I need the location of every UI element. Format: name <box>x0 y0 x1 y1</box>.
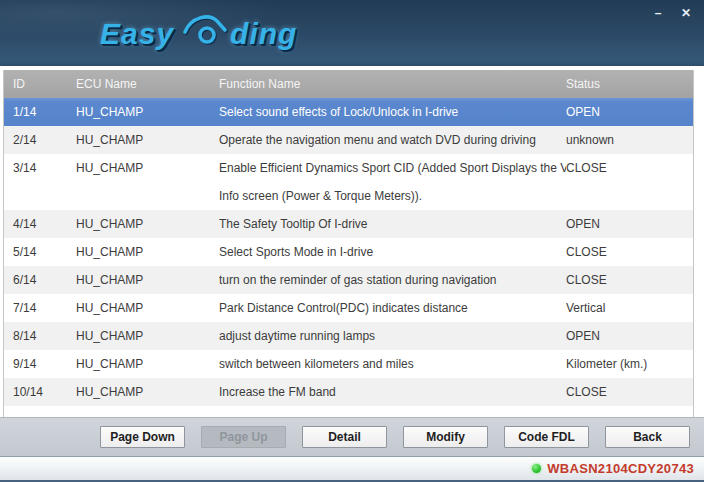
cell-id: 1/14 <box>4 98 76 126</box>
cell-id: 9/14 <box>4 350 76 378</box>
column-header-status: Status <box>566 77 684 91</box>
logo-text-suffix: ding <box>230 17 297 51</box>
cell-ecu-name: HU_CHAMP <box>76 266 219 294</box>
close-button[interactable]: ✕ <box>678 5 694 21</box>
cell-status: Kilometer (km.) <box>566 350 684 378</box>
app-window: Easy ding – ✕ ID ECU Name Function Name … <box>0 0 704 482</box>
cell-status: OPEN <box>566 322 684 350</box>
page-up-button[interactable]: Page Up <box>201 426 286 448</box>
page-down-button[interactable]: Page Down <box>100 426 185 448</box>
cell-function-name: Park Distance Control(PDC) indicates dis… <box>219 294 566 322</box>
cell-function-name: switch between kilometers and miles <box>219 350 566 378</box>
cell-id: 3/14 <box>4 154 76 182</box>
car-icon <box>182 11 228 52</box>
cell-function-name: The Safety Tooltip Of I-drive <box>219 210 566 238</box>
table-row[interactable]: 8/14HU_CHAMPadjust daytime running lamps… <box>4 322 693 350</box>
table-row[interactable]: 2/14HU_CHAMPOperate the navigation menu … <box>4 126 693 154</box>
cell-ecu-name: HU_CHAMP <box>76 378 219 406</box>
cell-status: CLOSE <box>566 238 684 266</box>
column-header-ecu-name: ECU Name <box>76 77 219 91</box>
cell-status: Vertical <box>566 294 684 322</box>
function-table: ID ECU Name Function Name Status 1/14HU_… <box>3 70 694 419</box>
cell-status: CLOSE <box>566 154 684 182</box>
table-row[interactable]: 3/14HU_CHAMPEnable Efficient Dynamics Sp… <box>4 154 693 210</box>
cell-ecu-name: HU_CHAMP <box>76 154 219 182</box>
cell-ecu-name: HU_CHAMP <box>76 238 219 266</box>
cell-id: 7/14 <box>4 294 76 322</box>
cell-status: CLOSE <box>566 266 684 294</box>
cell-id: 8/14 <box>4 322 76 350</box>
cell-function-name: Increase the FM band <box>219 378 566 406</box>
table-row[interactable]: 10/14HU_CHAMPIncrease the FM bandCLOSE <box>4 378 693 406</box>
content-area: ID ECU Name Function Name Status 1/14HU_… <box>0 66 704 417</box>
table-row[interactable]: 5/14HU_CHAMPSelect Sports Mode in I-driv… <box>4 238 693 266</box>
table-row[interactable]: 7/14HU_CHAMPPark Distance Control(PDC) i… <box>4 294 693 322</box>
status-bar: WBASN2104CDY20743 <box>0 456 704 480</box>
cell-function-name: Select Sports Mode in I-drive <box>219 238 566 266</box>
back-button[interactable]: Back <box>605 426 690 448</box>
cell-id: 2/14 <box>4 126 76 154</box>
cell-status: CLOSE <box>566 378 684 406</box>
cell-ecu-name: HU_CHAMP <box>76 350 219 378</box>
cell-ecu-name: HU_CHAMP <box>76 294 219 322</box>
cell-ecu-name: HU_CHAMP <box>76 126 219 154</box>
modify-button[interactable]: Modify <box>403 426 488 448</box>
code-fdl-button[interactable]: Code FDL <box>504 426 589 448</box>
cell-status: OPEN <box>566 98 684 126</box>
logo-text-prefix: Easy <box>100 17 174 51</box>
table-row[interactable]: 6/14HU_CHAMPturn on the reminder of gas … <box>4 266 693 294</box>
cell-id: 6/14 <box>4 266 76 294</box>
column-header-function-name: Function Name <box>219 77 566 91</box>
table-header-row: ID ECU Name Function Name Status <box>4 70 693 98</box>
table-row[interactable]: 9/14HU_CHAMPswitch between kilometers an… <box>4 350 693 378</box>
cell-function-name: Operate the navigation menu and watch DV… <box>219 126 566 154</box>
minimize-button[interactable]: – <box>650 5 666 21</box>
cell-ecu-name: HU_CHAMP <box>76 322 219 350</box>
cell-id: 4/14 <box>4 210 76 238</box>
table-row[interactable]: 4/14HU_CHAMPThe Safety Tooltip Of I-driv… <box>4 210 693 238</box>
cell-status: unknown <box>566 126 684 154</box>
column-header-id: ID <box>4 77 76 91</box>
detail-button[interactable]: Detail <box>302 426 387 448</box>
vin-text: WBASN2104CDY20743 <box>547 461 694 476</box>
cell-id: 10/14 <box>4 378 76 406</box>
connection-status-icon <box>532 464 541 473</box>
title-bar: Easy ding – ✕ <box>0 0 704 66</box>
cell-status: OPEN <box>566 210 684 238</box>
cell-id: 5/14 <box>4 238 76 266</box>
cell-function-name: adjust daytime running lamps <box>219 322 566 350</box>
cell-function-name: Select sound effects of Lock/Unlock in I… <box>219 98 566 126</box>
cell-ecu-name: HU_CHAMP <box>76 210 219 238</box>
table-row[interactable]: 1/14HU_CHAMPSelect sound effects of Lock… <box>4 98 693 126</box>
window-controls: – ✕ <box>650 5 694 21</box>
table-body: 1/14HU_CHAMPSelect sound effects of Lock… <box>4 98 693 406</box>
app-logo: Easy ding <box>100 12 297 56</box>
cell-function-name: turn on the reminder of gas station duri… <box>219 266 566 294</box>
button-bar: Page DownPage UpDetailModifyCode FDLBack <box>0 417 704 456</box>
cell-function-name: Enable Efficient Dynamics Sport CID (Add… <box>219 154 566 210</box>
cell-ecu-name: HU_CHAMP <box>76 98 219 126</box>
